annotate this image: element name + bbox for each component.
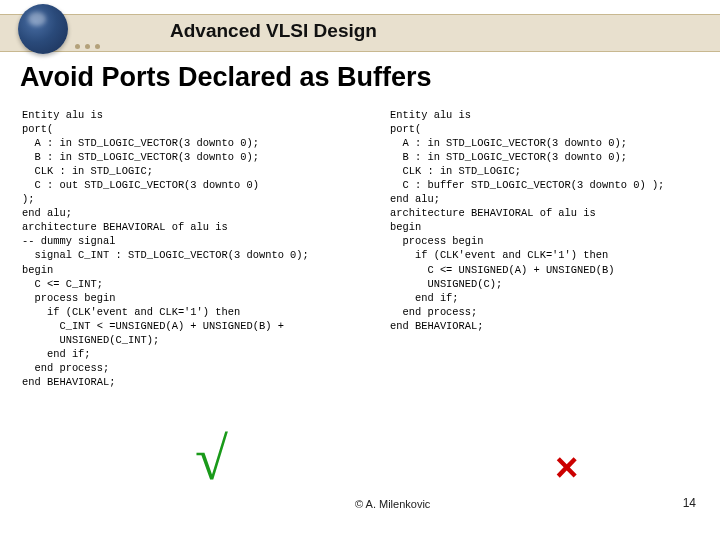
course-title: Advanced VLSI Design	[170, 20, 377, 42]
page-number: 14	[683, 496, 696, 510]
check-mark-icon: √	[195, 425, 228, 494]
cross-mark-icon: ×	[555, 445, 578, 490]
code-block-left: Entity alu is port( A : in STD_LOGIC_VEC…	[22, 108, 372, 389]
footer-author: © A. Milenkovic	[355, 498, 430, 510]
code-block-right: Entity alu is port( A : in STD_LOGIC_VEC…	[390, 108, 710, 333]
globe-icon	[18, 4, 68, 54]
decorative-dots	[75, 44, 100, 49]
slide-title: Avoid Ports Declared as Buffers	[20, 62, 432, 93]
